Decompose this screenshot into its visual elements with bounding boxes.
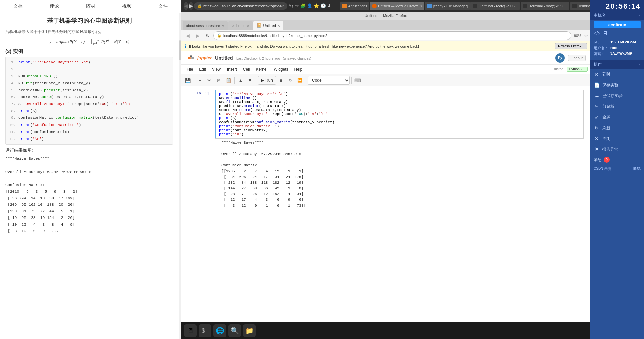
action-clipboard[interactable]: ✂ 剪贴板 (590, 101, 644, 112)
extensions-icon[interactable]: 🧩 (300, 3, 306, 8)
action-delay[interactable]: ⊙ 延时 (590, 69, 644, 80)
nav-comments[interactable]: 评论 (36, 0, 72, 13)
favorites-icon[interactable]: ⭐ (314, 3, 319, 8)
tab-session-restore[interactable]: about:sessionrestore ✕ (183, 21, 228, 30)
hostname-section-header[interactable]: 主机名 ∧ (590, 11, 644, 20)
move-down-btn[interactable]: ▼ (246, 76, 254, 85)
dock-monitor[interactable]: 🖥 (184, 324, 197, 337)
menu-cell[interactable]: Cell (240, 65, 253, 74)
notification-text: It looks like you haven't started Firefo… (189, 44, 552, 48)
refresh-firefox-btn[interactable]: Refresh Firefox... (555, 43, 587, 49)
action-fullscreen-label: 全屏 (602, 114, 610, 120)
fullscreen-icon: ⤢ (594, 114, 600, 120)
action-close[interactable]: ✕ 关闭 (590, 133, 644, 144)
terminal2-icon (523, 4, 527, 8)
nav-docs[interactable]: 文档 (0, 0, 36, 13)
translate-icon[interactable]: A↕ (288, 3, 293, 8)
download-icon[interactable]: ⬇ (327, 3, 331, 8)
menu-kernel[interactable]: Kernel (253, 65, 270, 74)
taskbar-firefox[interactable]: Untitled — Mozilla Firefox ✕ (370, 2, 424, 10)
action-refresh[interactable]: ↻ 刷新 (590, 123, 644, 133)
scrollbar[interactable] (179, 13, 181, 339)
keyboard-btn[interactable]: ⌨ (353, 76, 362, 85)
history-icon[interactable]: 🕐 (320, 3, 326, 8)
forward-nav-btn[interactable]: ▶ (193, 31, 202, 40)
trusted-label: Trusted (552, 67, 563, 71)
add-cell-btn[interactable]: + (196, 76, 204, 85)
article-title: 基于机器学习的心电图诊断识别 (5, 17, 173, 25)
taskbar-terminal3[interactable]: Terminal - root@i-ru96n... (570, 2, 590, 10)
zoom-level: 90% (574, 34, 581, 38)
paste-btn[interactable]: 📋 (224, 76, 233, 85)
run-btn[interactable]: ▶Run (258, 76, 276, 85)
action-report[interactable]: ⚑ 报告异常 (590, 144, 644, 155)
menu-insert[interactable]: Insert (224, 65, 240, 74)
applications-icon (342, 4, 347, 8)
tab-close-1[interactable]: ✕ (221, 24, 224, 28)
delay-icon: ⊙ (594, 71, 600, 77)
cut-btn[interactable]: ✂ (205, 76, 214, 85)
separator-5 (351, 77, 352, 84)
address-bar[interactable]: 🔒 https://edu.shuidilab.cn/console/expde… (194, 2, 287, 10)
back-button[interactable]: ◀ (184, 2, 188, 10)
dock-files[interactable]: 📁 (243, 324, 256, 337)
restart-run-btn[interactable]: ⏩ (295, 76, 304, 85)
restart-btn[interactable]: ↺ (286, 76, 295, 85)
ip-row: IP： 192.168.20.234 (594, 40, 641, 45)
dock-browser[interactable]: 🌐 (213, 324, 226, 337)
profile-icon[interactable]: 👤 (307, 3, 312, 8)
save-btn[interactable]: 💾 (183, 76, 192, 85)
code-cell[interactable]: print("****Naive Bayes**** \n") NB=Berno… (215, 90, 584, 139)
hostname-value: ecglinux (594, 21, 641, 28)
menu-dots-icon[interactable]: ⋯ (332, 3, 337, 8)
action-save-experiment[interactable]: 📄 保存实验 (590, 80, 644, 90)
dock-terminal[interactable]: $_ (199, 324, 211, 337)
star-icon[interactable]: ☆ (584, 33, 588, 38)
menu-file[interactable]: File (184, 65, 196, 74)
copy-btn[interactable]: ⎘ (214, 76, 223, 85)
action-clipboard-label: 剪贴板 (602, 104, 614, 109)
section-title: (3) 实例 (5, 48, 173, 55)
taskbar-terminal1[interactable]: [Terminal - root@i-ru96... (470, 2, 519, 10)
nav-files[interactable]: 文件 (145, 0, 181, 13)
ip-section: IP： 192.168.20.234 用户名： root 密码： 3Az#WxJ… (590, 39, 644, 58)
separator-1 (194, 77, 194, 84)
action-save-label: 保存实验 (602, 82, 618, 88)
nav-video[interactable]: 视频 (109, 0, 145, 13)
action-saved-experiments[interactable]: ☁ 已保存实验 (590, 90, 644, 101)
interrupt-btn[interactable]: ■ (277, 76, 285, 85)
back-nav-btn[interactable]: ◀ (183, 31, 192, 40)
jupyter-logout-btn[interactable]: Logout (568, 55, 586, 61)
move-up-btn[interactable]: ▲ (236, 76, 245, 85)
dock-search[interactable]: 🔍 (228, 324, 241, 337)
jupyter-toolbar: 💾 + ✂ ⎘ 📋 ▲ ▼ ▶Run ■ ↺ (181, 74, 590, 86)
close-action-icon: ✕ (594, 136, 600, 141)
forward-button[interactable]: ▶ (189, 2, 193, 10)
cell-type-select[interactable]: Code Markdown Raw NBConvert (308, 76, 350, 85)
article-nav: 文档 评论 随材 视频 文件 (0, 0, 181, 13)
operations-section-header[interactable]: 操作 ∧ (590, 60, 644, 69)
tab-home[interactable]: ⟳ Home ✕ (228, 21, 253, 30)
firefox-address-bar[interactable]: 🔒 localhost:8888/notebooks/Untitled.ipyn… (213, 31, 571, 40)
tab-close-2[interactable]: ✕ (247, 24, 249, 28)
os-top-bar: ◀ ▶ 🔒 https://edu.shuidilab.cn/console/e… (181, 0, 590, 12)
taskbar-terminal2[interactable]: [Terminal - root@i-ru96... (521, 2, 569, 10)
filemanager-icon (427, 4, 432, 8)
action-saved-label: 已保存实验 (602, 93, 623, 99)
taskbar-applications[interactable]: Applications (340, 2, 369, 10)
tab-close-3[interactable]: ✕ (277, 24, 280, 28)
cloud-icon: ☁ (594, 93, 600, 98)
new-tab-button[interactable]: + (284, 22, 292, 30)
menu-edit[interactable]: Edit (196, 65, 209, 74)
taskbar-filemanager[interactable]: [ecgpy - File Manager] (425, 2, 470, 10)
clock: 20:56:14 (590, 0, 644, 11)
tab-untitled[interactable]: 📔 Untitled ✕ (253, 21, 283, 30)
action-fullscreen[interactable]: ⤢ 全屏 (590, 112, 644, 123)
code-icon: </> (594, 31, 600, 36)
menu-help[interactable]: Help (292, 65, 305, 74)
nav-materials[interactable]: 随材 (72, 0, 109, 13)
reload-nav-btn[interactable]: ↻ (203, 31, 212, 40)
menu-widgets[interactable]: Widgets (271, 65, 291, 74)
menu-view[interactable]: View (209, 65, 224, 74)
bookmark-icon[interactable]: ☆ (295, 3, 299, 8)
